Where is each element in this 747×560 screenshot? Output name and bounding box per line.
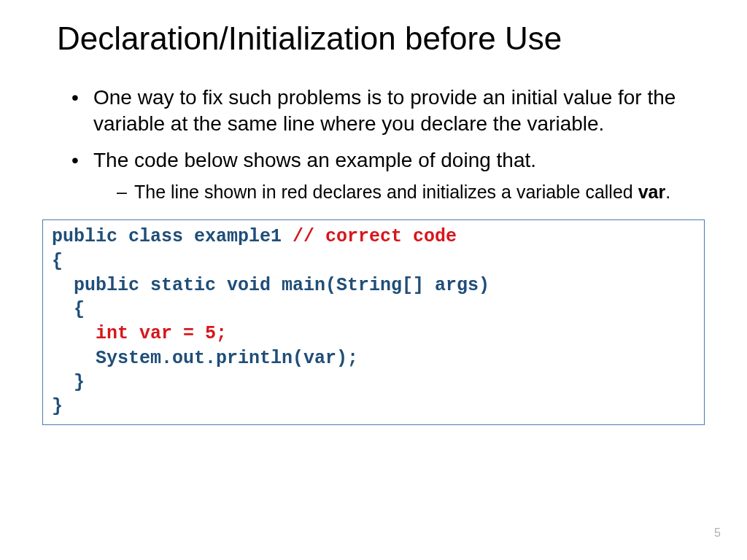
sub-bullet-1-suffix: . — [665, 182, 670, 202]
code-l5-pad — [52, 323, 96, 344]
code-l6: System.out.println(var); — [52, 348, 358, 369]
code-block: public class example1 // correct code { … — [42, 219, 705, 425]
code-l1-comment: // correct code — [293, 226, 457, 247]
sub-bullet-1-bold: var — [638, 182, 666, 202]
code-l5-red: int var = 5; — [96, 323, 227, 344]
page-number: 5 — [714, 526, 721, 540]
bullet-1: One way to fix such problems is to provi… — [71, 85, 690, 137]
sub-bullet-1: The line shown in red declares and initi… — [117, 180, 690, 203]
code-l3: public static void main(String[] args) — [52, 275, 489, 296]
bullet-2: The code below shows an example of doing… — [71, 147, 690, 204]
bullet-list: One way to fix such problems is to provi… — [57, 85, 690, 203]
slide-title: Declaration/Initialization before Use — [57, 20, 690, 57]
code-l4: { — [52, 299, 85, 320]
code-l2: { — [52, 251, 63, 272]
code-l8: } — [52, 396, 63, 417]
slide-content: Declaration/Initialization before Use On… — [0, 0, 747, 425]
code-l1a: public class example1 — [52, 226, 293, 247]
sub-bullet-1-prefix: The line shown in red declares and initi… — [134, 182, 638, 202]
code-l7: } — [52, 372, 85, 393]
bullet-2-text: The code below shows an example of doing… — [93, 149, 536, 171]
sub-bullet-list: The line shown in red declares and initi… — [93, 180, 690, 203]
